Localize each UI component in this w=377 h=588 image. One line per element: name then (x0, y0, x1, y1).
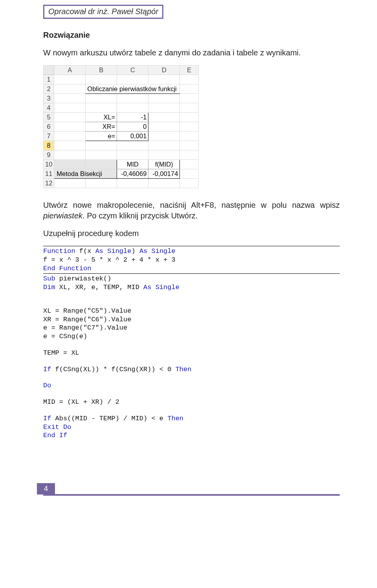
spreadsheet-screenshot: A B C D E 1 2 Obliczanie pierwiastków fu… (43, 65, 340, 188)
cell-method-a10 (54, 160, 86, 169)
cell-xl-lbl: XL= (86, 113, 117, 122)
cell-fmid-hdr: f(MID) (148, 160, 180, 169)
cell-mid-val: -0,46069 (117, 169, 148, 179)
cell-e-val: 0,001 (117, 132, 148, 141)
row-9: 9 (44, 150, 54, 160)
author-line: Opracował dr inż. Paweł Stąpór (43, 5, 163, 19)
p2-b: . Po czym kliknij przycisk Utwórz. (82, 211, 198, 220)
cell-e-lbl: e= (86, 132, 117, 141)
row-3: 3 (44, 94, 54, 103)
kw-function: Function (43, 247, 75, 255)
cell-xr-val: 0 (117, 122, 148, 132)
paragraph-1: W nowym arkuszu utwórz tabele z danymi d… (43, 48, 340, 58)
kw-if2: If (43, 415, 51, 422)
code-line: e = CSng(e) (43, 333, 87, 340)
code-line: XR = Range("C6").Value (43, 316, 131, 323)
col-D: D (148, 66, 180, 75)
cell-title: Obliczanie pierwiastków funkcji (86, 84, 180, 94)
header-author-box: Opracował dr inż. Paweł Stąpór (43, 5, 340, 19)
row-6: 6 (44, 122, 54, 132)
footer-rule (43, 494, 340, 496)
code-separator (43, 273, 340, 274)
p2-a: Utwórz nowe makropolecenie, naciśnij Alt… (43, 201, 340, 209)
section-heading: Rozwiązanie (43, 30, 340, 40)
code-line: TEMP = XL (43, 349, 79, 357)
code-line: MID = (XL + XR) / 2 (43, 398, 119, 406)
col-A: A (54, 66, 86, 75)
vba-code-block: Function f(x As Single) As Single f = x … (43, 246, 340, 440)
code-line: XL = Range("C5").Value (43, 307, 131, 315)
kw-do: Do (43, 382, 51, 389)
col-C: C (117, 66, 148, 75)
cell-fmid-val: -0,00174 (148, 169, 180, 179)
col-E: E (180, 66, 199, 75)
kw-if: If (43, 366, 51, 373)
kw-sub: Sub (43, 275, 55, 282)
row-2: 2 (44, 84, 54, 94)
row-10: 10 (44, 160, 54, 169)
cell-method-b10 (86, 160, 117, 169)
row-12: 12 (44, 179, 54, 188)
row-4: 4 (44, 103, 54, 113)
page-footer: 4 (43, 483, 340, 496)
p2-it: pierwiastek (43, 211, 82, 220)
spreadsheet: A B C D E 1 2 Obliczanie pierwiastków fu… (43, 65, 199, 188)
paragraph-3: Uzupełnij procedurę kodem (43, 228, 340, 239)
cell-method-label: Metoda Bisekcji (54, 169, 117, 179)
paragraph-2: Utwórz nowe makropolecenie, naciśnij Alt… (43, 200, 340, 221)
kw-dim: Dim (43, 284, 55, 291)
code-line: e = Range("C7").Value (43, 324, 127, 332)
row-11: 11 (44, 169, 54, 179)
row-8: 8 (44, 141, 54, 150)
sheet-corner (44, 66, 54, 75)
row-7: 7 (44, 132, 54, 141)
col-B: B (86, 66, 117, 75)
row-5: 5 (44, 113, 54, 122)
page-number: 4 (37, 483, 55, 495)
cell-mid-hdr: MID (117, 160, 148, 169)
cell-xl-val: -1 (117, 113, 148, 122)
cell-xr-lbl: XR= (86, 122, 117, 132)
code-line: End Function (43, 265, 91, 272)
code-line: f = x ^ 3 - 5 * x ^ 2 + 4 * x + 3 (43, 256, 176, 264)
row-1: 1 (44, 75, 54, 84)
code-line: Exit Do (43, 423, 71, 431)
code-line: End If (43, 432, 67, 439)
